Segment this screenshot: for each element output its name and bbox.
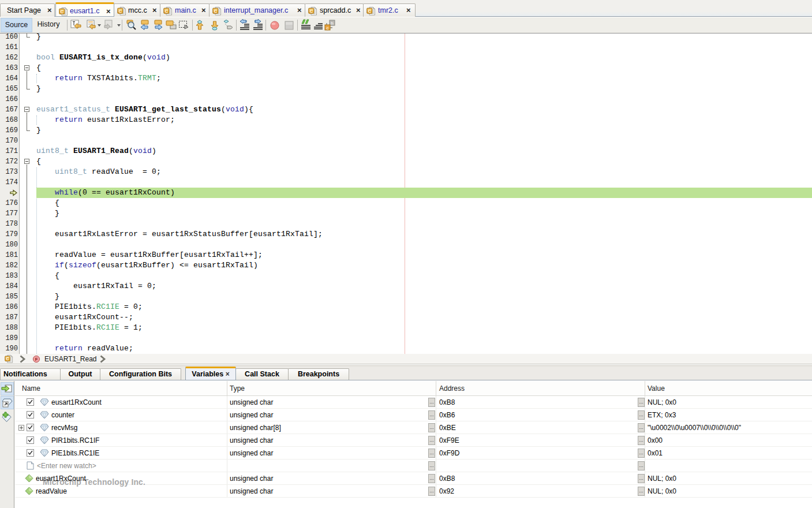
svg-text:C: C [214, 9, 218, 14]
svg-text:C: C [119, 9, 122, 14]
svg-text:h: h [331, 21, 333, 26]
svg-text:C: C [310, 9, 313, 14]
svg-text:C: C [165, 9, 169, 14]
svg-text:c: c [327, 25, 329, 31]
svg-text:C: C [61, 9, 64, 14]
svg-text:C: C [368, 9, 372, 14]
svg-text:C: C [6, 356, 9, 361]
svg-text:F: F [35, 357, 38, 362]
